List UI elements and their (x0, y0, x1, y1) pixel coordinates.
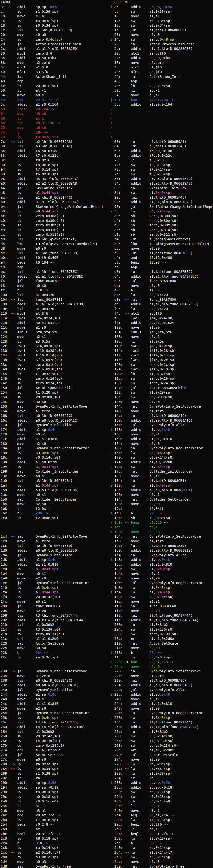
target-line: 120: sub.s $f8,$f4,$f6 (0, 330, 110, 335)
target-line: 1d4: jal DynaPolyInfo_Alloc (0, 553, 110, 557)
current-line: i 158: addiu a1,sp,0x48 (110, 427, 213, 432)
asm-diff-row: 184: jal DynaPolyInfo_RegisterActor 168:… (0, 446, 213, 451)
target-line: 64: move a0,s0 (0, 112, 110, 116)
target-line: 208: lui t3,%hi(func_80A87F44) (0, 613, 110, 618)
asm-diff-row: 1d0: addiu a0,a0,%lo(D_06001830) 1c0: ad… (0, 548, 213, 553)
current-line: 1c: lui a1,%hi(D_80A88CE0) (110, 28, 213, 33)
current-line: 284: jr ra (110, 776, 213, 780)
asm-token: < (110, 126, 112, 130)
current-line: 194: jal Collider_SetCylinder (110, 497, 213, 502)
current-line: 110: swc1 $f8,0x10(sp) (110, 344, 213, 348)
current-line: 50: li at,-1 (110, 88, 213, 93)
current-line: 124: swc1 $f16,0x18(sp) (110, 367, 213, 372)
current-line: s 178: sw a1,0x40(sp) (110, 465, 213, 469)
current-line: 2c0: lw ra,0x14(sp) (110, 845, 213, 850)
target-line: 218: sw zero,0x134(s0) (0, 632, 110, 637)
asm-token: ~> (11, 762, 15, 766)
asm-token: 1ac: li at,1 (114, 525, 157, 529)
target-line: 98: sw t6,0x10(sp) (0, 172, 110, 177)
current-line: 128: lh t1,0x32(s0) (110, 372, 213, 376)
current-line: 264: sw t4,0x130(s0) (110, 739, 213, 743)
asm-diff-row: 130: lwc1 $f10,0x28(s0) 114: lwc1 $f10,0… (0, 348, 213, 353)
current-line: s 1e0: lw a3,0x48(sp) (110, 585, 213, 590)
current-line: 278: ~> lw ra,0x3c(sp) (110, 762, 213, 767)
current-line: 130: sw zero,0x24(sp) (110, 381, 213, 385)
target-line: 9c: addiu a3,a3,%lo(D_06001F4C) (0, 177, 110, 181)
asm-diff-row: ec: lui a1,%hi(func_80A87BEC) d0: lui a1… (0, 270, 213, 274)
target-line: 268: sw v0,0x14c(s0) (0, 734, 110, 739)
current-line: > 1b0: move a0,s0 (110, 530, 213, 534)
asm-diff-row: 228: b 284 ~>i 218: b 27c ~> (0, 650, 213, 655)
current-line: 2ac: beqz v0,2f0 ~> (110, 822, 213, 827)
asm-diff-row: 244: addiu a1,sp,0x4ci 23c: addiu a1,sp,… (0, 692, 213, 697)
target-line: 220: jal Actor_SetScale (0, 641, 110, 646)
asm-diff-row: 294: addiu sp,sp,-0x18 28c: addiu sp,sp,… (0, 785, 213, 790)
target-line: b4: jal SkelAnime_ChangeAnimDefaultRepea… (0, 205, 110, 209)
asm-diff-row: 2d0: sw a3,0x1c(sp) 2c8: sw a3,0x1c(sp) (0, 855, 213, 860)
target-line: e4: beqz t0,104 ~> (0, 260, 110, 265)
asm-diff-row: 94: sw t7,0x14(sp) 78: sw t7,0x14(sp) (0, 167, 213, 172)
asm-token: 0x58 (48, 781, 56, 785)
asm-diff-row: 298: sw ra,0x14(sp) 290: sw ra,0x14(sp) (0, 790, 213, 795)
asm-diff-row: 170: jal DynaPolyInfo_Alloc 154: jal Dyn… (0, 423, 213, 427)
current-line: 54: move a0,s1 (110, 93, 213, 98)
asm-token: i (110, 692, 112, 696)
target-line: 1e4: move a0,s1 (0, 571, 110, 576)
target-line: a4: jal SkelAnime_InitFlex (0, 186, 110, 190)
current-line: 2c8: sw a3,0x1c(sp) (110, 855, 213, 860)
asm-diff-row: b0: addiu a1,a1,%lo(D_06001F4C) 94: addi… (0, 200, 213, 205)
asm-token: s (110, 465, 112, 469)
asm-diff-row: d8: move a0,s0 bc: move a0,s0 (0, 246, 213, 251)
asm-diff-row: 20: move s0,a0 20: move s0,a0 (0, 33, 213, 37)
asm-token: 224: move a0,s0 (114, 664, 159, 669)
asm-diff-row: 2d4: move a0,a3 2cc: move a0,a3 (0, 860, 213, 864)
current-line: 280: lw s1,0x38(sp) (110, 771, 213, 776)
asm-diff-row: 18c: sw v0,0x14c(s0) 170: sw v0,0x14c(s0… (0, 455, 213, 460)
target-line: 144: lh t1,0x32(s0) (0, 372, 110, 376)
current-line: 64: lui a3,%hi(D_06001F4C) (110, 144, 213, 149)
asm-diff-row: 1dc: addiu a1,s1,0x810 1cc: addiu a1,s1,… (0, 562, 213, 567)
target-line: dc: lui a1,%hi(func_80A87C30) (0, 251, 110, 255)
asm-diff-row: 218: sw zero,0x134(s0) 208: sw zero,0x13… (0, 632, 213, 637)
current-line: 1a4: sb t2,0xae(s0) (110, 516, 213, 520)
asm-diff-row: 28c: jr ra 284: jr ra (0, 776, 213, 780)
current-line: f0: lui at,0x4120 (110, 307, 213, 311)
target-line: 1e0: sw a1,0x44(sp) (0, 567, 110, 571)
current-line: 140: move a0,s0 (110, 400, 213, 404)
asm-token: 0x4c(sp) (46, 37, 62, 41)
target-line: 17c: addiu a1,s1,0x810 (0, 437, 110, 441)
asm-token: ~> (170, 660, 174, 664)
current-line: < (110, 121, 213, 125)
target-line: fc: b 110 ~> (0, 288, 110, 293)
asm-diff-row: 90: sw t8,0x18(sp) 74: sw t8,0x18(sp) (0, 163, 213, 167)
current-line: 1d8: move a2,s0 (110, 576, 213, 581)
current-line: 1b8: move a1,zero (110, 539, 213, 544)
asm-diff-row: 10: move s1,a1 10: move s1,a1 (0, 14, 213, 19)
target-line: cc: sb zero,0x311(s0) (0, 232, 110, 237)
asm-diff-row: 190: addiu a1,s0,0x2b0 174: addiu a1,s0,… (0, 460, 213, 465)
current-line: 34: addiu a0,s0,0xb4 (110, 56, 213, 60)
target-line: 23c: addiu a0,a0,%lo(D_0600BA8C) (0, 683, 110, 687)
asm-token: 78: lw ra,0x3c(sp) (1, 135, 58, 139)
current-line: s 16c: lw a3,0x48(sp) (110, 451, 213, 455)
target-line: 244: addiu a1,sp,0x4c (0, 692, 110, 697)
asm-diff-row: 17c: addiu a1,s1,0x810 160: addiu a1,s1,… (0, 437, 213, 441)
target-line: 238: lui a0,%hi(D_0600BA8C) (0, 678, 110, 683)
asm-token: 0x40(sp) (155, 209, 172, 213)
asm-token: ~> (44, 651, 48, 655)
target-line: 13c: sw zero,0x1c(sp) (0, 362, 110, 367)
target-line: 150: jal Actor_SpawnAsChild (0, 385, 110, 390)
target-line: 2a4: li at,-1 (0, 804, 110, 808)
asm-diff-row: 280: ~> lw ra,0x3c(sp) 278: ~> lw ra,0x3… (0, 762, 213, 767)
current-line: 230: lui a0,%hi(D_0600BA8C) (110, 678, 213, 683)
target-line: ec: lui a1,%hi(func_80A87BEC) (0, 270, 110, 274)
asm-diff-row: 78: lw ra,0x3c(sp)< (0, 135, 213, 140)
asm-diff-row: b4: jal SkelAnime_ChangeAnimDefaultRepea… (0, 205, 213, 209)
target-line: 90: sw t8,0x18(sp) (0, 163, 110, 167)
asm-token: 64: move a0,s0 (1, 112, 46, 116)
current-line: s 8c: sw a1,0x40(sp) (110, 190, 213, 195)
target-line: 130: lwc1 $f10,0x28(s0) (0, 348, 110, 353)
asm-token: 0x4c(sp) (42, 716, 58, 720)
current-line: 2bc: b 308 ~> (110, 841, 213, 845)
current-line: bc: move a0,s0 (110, 246, 213, 251)
